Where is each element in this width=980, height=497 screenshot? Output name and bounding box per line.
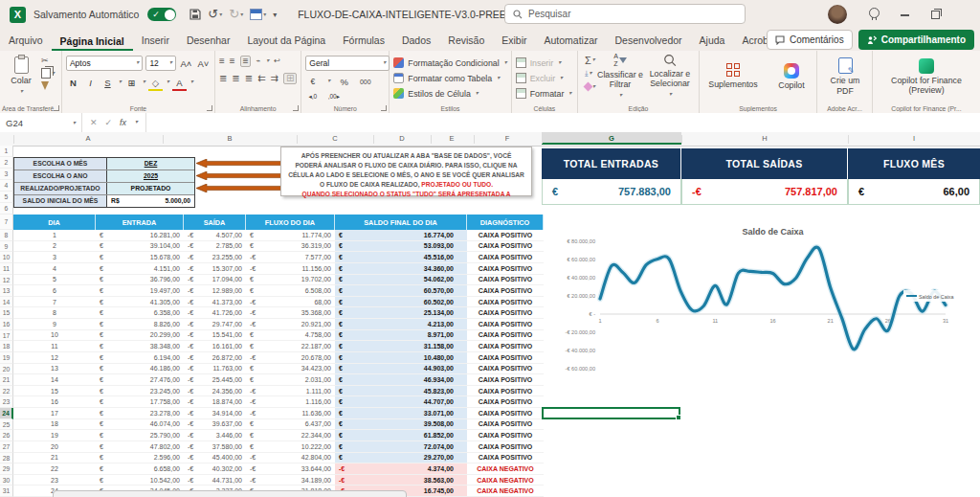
cell-diagnostico[interactable]: CAIXA POSITIVO bbox=[467, 441, 544, 453]
cancel-icon[interactable]: ✕ bbox=[90, 118, 98, 127]
font-size-select[interactable]: 12 bbox=[145, 56, 176, 71]
increase-decimal-button[interactable]: ◂,0 bbox=[305, 90, 320, 103]
copy-button[interactable] bbox=[41, 68, 55, 79]
decrease-indent-button[interactable]: ⇇ bbox=[257, 74, 265, 83]
dialog-launcher-icon[interactable] bbox=[54, 105, 59, 111]
minimize-button[interactable] bbox=[901, 14, 909, 16]
cell-saldo[interactable]: €60.570,00 bbox=[335, 285, 467, 297]
cell-dia[interactable]: 8 bbox=[13, 307, 96, 319]
cell-saida[interactable]: -€12.989,00 bbox=[184, 285, 246, 297]
row-header-2[interactable]: 2 bbox=[0, 157, 13, 169]
cell-saldo[interactable]: €72.074,00 bbox=[335, 441, 467, 453]
cell-saldo[interactable]: €16.774,00 bbox=[335, 230, 467, 241]
cell-saldo[interactable]: €60.502,00 bbox=[335, 297, 467, 308]
style-button-2[interactable]: Estilos de Célula bbox=[393, 86, 506, 101]
cell-saida[interactable]: -€16.161,00 bbox=[184, 341, 246, 352]
formula-input[interactable] bbox=[146, 113, 980, 132]
row-header-14[interactable]: 14 bbox=[0, 297, 13, 308]
autosave-toggle[interactable]: ✓ bbox=[147, 8, 176, 21]
cell-dia[interactable]: 6 bbox=[13, 285, 96, 297]
clear-button[interactable] bbox=[585, 81, 595, 92]
cell-dia[interactable]: 13 bbox=[13, 364, 96, 375]
tab-desenvolvedor[interactable]: Desenvolvedor bbox=[607, 32, 691, 51]
cell-fluxo[interactable]: €10.222,00 bbox=[246, 441, 335, 453]
cell-diagnostico[interactable]: CAIXA POSITIVO bbox=[467, 408, 544, 419]
dialog-launcher-icon[interactable] bbox=[381, 105, 387, 111]
cell-saida[interactable]: -€4.507,00 bbox=[184, 230, 246, 241]
row-header-9[interactable]: 9 bbox=[0, 241, 13, 253]
cell-fluxo[interactable]: -€35.368,00 bbox=[246, 307, 335, 319]
cell-dia[interactable]: 5 bbox=[13, 275, 96, 286]
cell-saida[interactable]: -€25.445,00 bbox=[184, 374, 246, 386]
tab-revis-o[interactable]: Revisão bbox=[439, 32, 493, 51]
cell-diagnostico[interactable]: CAIXA NEGATIVO bbox=[467, 486, 544, 497]
cell-saida[interactable]: -€34.914,00 bbox=[184, 408, 246, 419]
row-header-23[interactable]: 23 bbox=[0, 396, 13, 408]
row-header-4[interactable]: 4 bbox=[0, 180, 13, 192]
cell-entrada[interactable]: €8.826,00 bbox=[96, 319, 184, 330]
cell-entrada[interactable]: €19.497,00 bbox=[96, 285, 184, 297]
cell-entrada[interactable]: €41.305,00 bbox=[96, 297, 184, 308]
cell-entrada[interactable]: €20.299,00 bbox=[96, 330, 184, 342]
cell-dia[interactable]: 9 bbox=[13, 319, 96, 330]
cell-saida[interactable]: -€11.763,00 bbox=[184, 364, 246, 375]
cell-diagnostico[interactable]: CAIXA POSITIVO bbox=[467, 241, 544, 253]
column-header-A[interactable]: A bbox=[85, 134, 90, 143]
cell-saldo[interactable]: €4.213,00 bbox=[335, 319, 467, 330]
italic-button[interactable]: I bbox=[83, 76, 98, 89]
lightbulb-icon[interactable] bbox=[869, 8, 880, 18]
cell-dia[interactable]: 12 bbox=[13, 352, 96, 364]
share-button[interactable]: Compartilhamento bbox=[858, 30, 974, 50]
cell-entrada[interactable]: €39.104,00 bbox=[96, 241, 184, 253]
column-header-E[interactable]: E bbox=[449, 134, 454, 143]
cell-fluxo[interactable]: €4.758,00 bbox=[246, 330, 335, 342]
row-header-15[interactable]: 15 bbox=[0, 307, 13, 319]
cell-fluxo[interactable]: -€20.678,00 bbox=[246, 352, 335, 364]
cell-fluxo[interactable]: €22.344,00 bbox=[246, 430, 335, 441]
fill-button[interactable]: ⤓ bbox=[585, 68, 595, 79]
merge-center-button[interactable]: ⊞ bbox=[283, 73, 297, 84]
cell-diagnostico[interactable]: CAIXA POSITIVO bbox=[467, 364, 544, 375]
currency-format-button[interactable]: € bbox=[305, 75, 320, 88]
cell-saldo[interactable]: €34.360,00 bbox=[335, 263, 467, 275]
find-select-button[interactable]: Localizar e Selecionar bbox=[645, 54, 695, 100]
row-header-12[interactable]: 12 bbox=[0, 275, 13, 286]
cell-diagnostico[interactable]: CAIXA POSITIVO bbox=[467, 396, 544, 408]
cell-entrada[interactable]: €38.348,00 bbox=[96, 341, 184, 352]
align-right-button[interactable]: ≣ bbox=[245, 74, 253, 83]
cell-saida[interactable]: -€44.731,00 bbox=[184, 475, 246, 486]
cell-diagnostico[interactable]: CAIXA POSITIVO bbox=[467, 419, 544, 431]
config-row-initial-balance[interactable]: SALDO INICIAL DO MÊS R$ 5.000,00 bbox=[14, 194, 194, 207]
name-box[interactable]: G24 bbox=[0, 113, 82, 132]
cell-entrada[interactable]: €6.194,00 bbox=[96, 352, 184, 364]
row-header-26[interactable]: 26 bbox=[0, 430, 13, 441]
cell-entrada[interactable]: €23.278,00 bbox=[96, 408, 184, 419]
align-top-button[interactable]: ≡ bbox=[219, 56, 225, 66]
cell-diagnostico[interactable]: CAIXA NEGATIVO bbox=[467, 463, 544, 475]
cell-fluxo[interactable]: -€11.636,00 bbox=[246, 408, 335, 419]
cell-saldo[interactable]: €44.903,00 bbox=[335, 364, 467, 375]
config-row-year[interactable]: ESCOLHA O ANO 2025 bbox=[14, 169, 194, 182]
cell-diagnostico[interactable]: CAIXA POSITIVO bbox=[467, 386, 544, 397]
cell-saida[interactable]: -€23.255,00 bbox=[184, 252, 246, 263]
tab-arquivo[interactable]: Arquivo bbox=[0, 32, 52, 51]
borders-button[interactable]: ⊞ bbox=[124, 76, 139, 89]
cell-diagnostico[interactable]: CAIXA POSITIVO bbox=[467, 263, 544, 275]
avatar[interactable] bbox=[828, 5, 847, 24]
cell-diagnostico[interactable]: CAIXA POSITIVO bbox=[467, 341, 544, 352]
qat-overflow-icon[interactable]: ▾ bbox=[273, 9, 277, 21]
row-header-19[interactable]: 19 bbox=[0, 352, 13, 364]
cell-fluxo[interactable]: €34.423,00 bbox=[246, 364, 335, 375]
cell-saldo[interactable]: €10.480,00 bbox=[335, 352, 467, 364]
cell-diagnostico[interactable]: CAIXA POSITIVO bbox=[467, 307, 544, 319]
cell-dia[interactable]: 4 bbox=[13, 263, 96, 275]
cell-fluxo[interactable]: -€34.189,00 bbox=[246, 475, 335, 486]
cell-entrada[interactable]: €25.790,00 bbox=[96, 430, 184, 441]
cell-saldo[interactable]: €54.062,00 bbox=[335, 275, 467, 286]
cell-saida[interactable]: -€29.747,00 bbox=[184, 319, 246, 330]
cell-saldo[interactable]: €29.270,00 bbox=[335, 453, 467, 464]
underline-button[interactable]: S bbox=[100, 76, 115, 89]
row-header-5[interactable]: 5 bbox=[0, 192, 13, 203]
cell-entrada[interactable]: €17.758,00 bbox=[96, 396, 184, 408]
cell-fluxo[interactable]: €11.774,00 bbox=[246, 230, 335, 241]
